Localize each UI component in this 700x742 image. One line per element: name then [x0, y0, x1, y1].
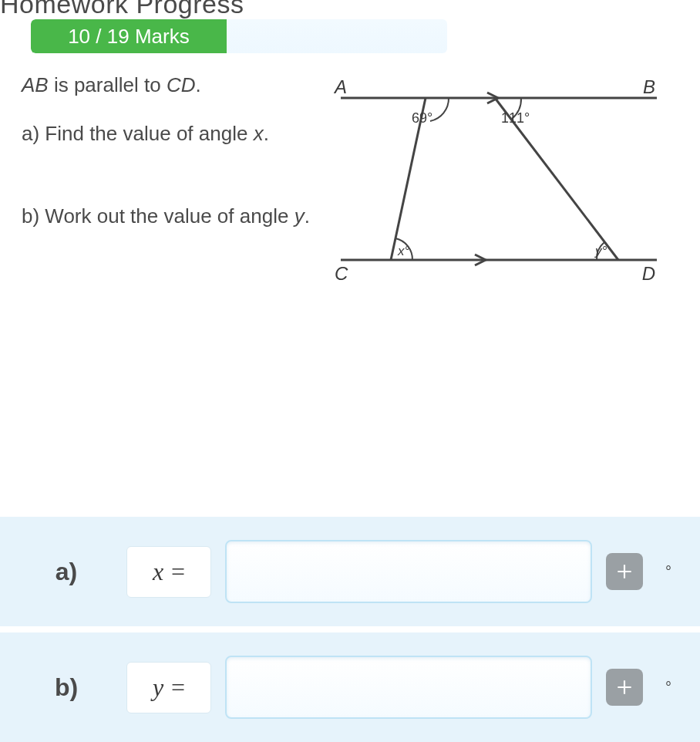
answer-variable-box-b: y=: [126, 662, 211, 713]
diagram-label-a: A: [333, 76, 347, 97]
diagram-angle-69: 69°: [412, 110, 432, 126]
answer-unit-b: °: [657, 679, 680, 696]
geometry-diagram: A B C D 69° 111° x° y°: [318, 67, 672, 298]
answer-row-a: a) x= °: [0, 517, 700, 626]
add-button-b[interactable]: [606, 669, 643, 706]
progress-fill: 10 / 19 Marks: [31, 19, 227, 53]
plus-icon: [614, 677, 634, 697]
progress-bar: 10 / 19 Marks: [0, 19, 700, 62]
diagram-angle-y: y°: [594, 244, 607, 258]
diagram-angle-x: x°: [397, 244, 410, 258]
add-button-a[interactable]: [606, 553, 643, 590]
marks-label: 10 / 19 Marks: [68, 25, 190, 49]
progress-remainder: [227, 19, 447, 53]
diagram-angle-111: 111°: [501, 110, 530, 126]
answer-part-label-a: a): [20, 558, 113, 586]
page-title: Homework Progress: [0, 0, 700, 19]
answer-input-a[interactable]: [225, 540, 592, 603]
answer-row-b: b) y= °: [0, 632, 700, 742]
diagram-label-c: C: [335, 263, 348, 284]
answer-unit-a: °: [657, 563, 680, 581]
answer-input-b[interactable]: [225, 656, 592, 719]
diagram-label-d: D: [642, 263, 655, 284]
answer-part-label-b: b): [20, 673, 113, 702]
plus-icon: [614, 562, 634, 582]
diagram-label-b: B: [643, 76, 655, 97]
answer-variable-box-a: x=: [126, 546, 211, 598]
